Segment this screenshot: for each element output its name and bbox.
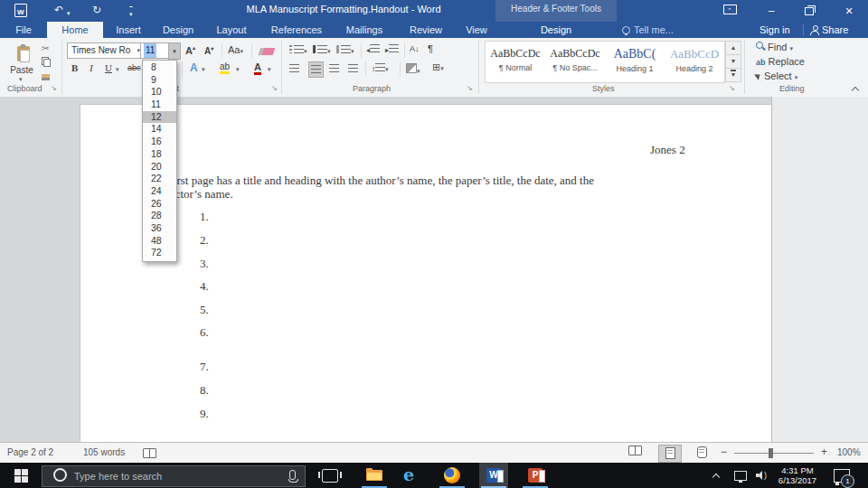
read-mode-button[interactable] bbox=[624, 445, 646, 461]
highlight-dropdown-icon[interactable] bbox=[236, 66, 240, 73]
sign-in-button[interactable]: Sign in bbox=[760, 22, 790, 38]
size-option[interactable]: 28 bbox=[143, 210, 176, 222]
zoom-out-button[interactable]: − bbox=[721, 446, 727, 458]
justify-button[interactable] bbox=[348, 63, 358, 74]
minimize-button[interactable] bbox=[756, 0, 787, 22]
styles-dialog-launcher-icon[interactable]: ↘ bbox=[729, 84, 735, 92]
styles-scroll-down-icon[interactable]: ▼ bbox=[725, 54, 741, 69]
shading-button[interactable] bbox=[406, 63, 420, 75]
underline-button[interactable]: U bbox=[105, 62, 112, 73]
text-effects-dropdown-icon[interactable] bbox=[202, 66, 205, 73]
size-option[interactable]: 11 bbox=[143, 99, 176, 111]
font-name-combo[interactable]: Times New Ro bbox=[67, 42, 143, 59]
tab-design[interactable]: Design bbox=[154, 22, 203, 38]
style-heading1[interactable]: AaBbC( Heading 1 bbox=[605, 42, 665, 82]
undo-dropdown-icon[interactable] bbox=[67, 6, 71, 21]
page-indicator[interactable]: Page 2 of 2 bbox=[7, 447, 53, 457]
zoom-level[interactable]: 100% bbox=[837, 447, 861, 457]
tab-insert[interactable]: Insert bbox=[107, 22, 150, 38]
borders-button[interactable]: ⊞ bbox=[432, 61, 444, 73]
taskbar-file-explorer[interactable] bbox=[360, 463, 389, 488]
bullets-button[interactable] bbox=[289, 44, 307, 55]
size-option[interactable]: 14 bbox=[143, 123, 176, 136]
taskbar-clock[interactable]: 4:31 PM 6/13/2017 bbox=[770, 465, 825, 485]
size-option[interactable]: 18 bbox=[143, 148, 176, 161]
taskbar-word-active[interactable]: W bbox=[479, 463, 508, 488]
undo-button[interactable] bbox=[54, 3, 63, 17]
find-button[interactable]: Find bbox=[756, 42, 793, 52]
font-size-dropdown-button[interactable] bbox=[168, 42, 181, 60]
align-center-button[interactable] bbox=[308, 61, 324, 78]
document-canvas[interactable]: Jones 2 The first page has a title and h… bbox=[0, 97, 771, 442]
size-option[interactable]: 26 bbox=[143, 198, 176, 211]
style-no-spacing[interactable]: AaBbCcDc ¶ No Spac... bbox=[545, 42, 605, 82]
decrease-indent-button[interactable]: ◂ bbox=[366, 44, 380, 54]
network-icon[interactable] bbox=[734, 471, 747, 481]
font-color-dropdown-icon[interactable] bbox=[268, 66, 271, 73]
size-option[interactable]: 24 bbox=[143, 185, 176, 198]
font-color-button[interactable]: A bbox=[254, 61, 261, 75]
size-option[interactable]: 10 bbox=[143, 86, 176, 99]
tab-layout[interactable]: Layout bbox=[206, 22, 257, 38]
styles-scroll-up-icon[interactable]: ▲ bbox=[725, 41, 741, 55]
paste-button[interactable]: Paste bbox=[5, 42, 38, 83]
tab-references[interactable]: References bbox=[264, 22, 329, 38]
paragraph-dialog-launcher-icon[interactable]: ↘ bbox=[467, 84, 473, 92]
restore-button[interactable] bbox=[794, 0, 825, 22]
size-option[interactable]: 9 bbox=[143, 74, 176, 87]
select-button[interactable]: Select bbox=[756, 70, 797, 81]
tray-show-hidden-icon[interactable] bbox=[712, 472, 720, 479]
size-option[interactable]: 48 bbox=[143, 235, 176, 248]
size-option[interactable]: 36 bbox=[143, 222, 176, 235]
grow-font-button[interactable]: A▴ bbox=[185, 44, 195, 56]
taskbar-powerpoint[interactable]: P bbox=[521, 463, 550, 488]
clipboard-dialog-launcher-icon[interactable]: ↘ bbox=[51, 84, 57, 92]
size-option[interactable]: 72 bbox=[143, 247, 176, 259]
numbering-button[interactable] bbox=[313, 44, 331, 55]
clear-formatting-button[interactable] bbox=[259, 46, 274, 57]
task-view-button[interactable] bbox=[322, 469, 338, 483]
change-case-button[interactable]: Aa bbox=[228, 44, 243, 55]
web-layout-button[interactable] bbox=[691, 445, 712, 461]
text-highlight-button[interactable]: ab bbox=[220, 61, 230, 74]
bold-button[interactable]: B bbox=[71, 62, 78, 73]
word-count[interactable]: 105 words bbox=[83, 447, 125, 457]
print-layout-button[interactable] bbox=[658, 445, 682, 463]
proofing-icon[interactable] bbox=[143, 448, 156, 460]
italic-button[interactable]: I bbox=[90, 62, 93, 73]
copy-button[interactable] bbox=[42, 57, 50, 68]
tab-review[interactable]: Review bbox=[400, 22, 452, 38]
shrink-font-button[interactable]: A▾ bbox=[204, 45, 213, 56]
start-button[interactable] bbox=[14, 469, 28, 483]
underline-dropdown-icon[interactable] bbox=[116, 66, 119, 73]
style-normal[interactable]: AaBbCcDc ¶ Normal bbox=[486, 42, 545, 82]
show-hide-pilcrow-button[interactable]: ¶ bbox=[428, 43, 433, 54]
taskbar-edge[interactable]: e bbox=[398, 463, 427, 488]
size-option[interactable]: 20 bbox=[143, 161, 176, 174]
close-button[interactable] bbox=[834, 0, 864, 22]
microphone-icon[interactable] bbox=[289, 470, 296, 480]
redo-button[interactable] bbox=[92, 3, 101, 17]
align-right-button[interactable] bbox=[329, 63, 339, 74]
size-option[interactable]: 16 bbox=[143, 136, 176, 148]
ribbon-display-options-button[interactable] bbox=[723, 2, 737, 16]
size-option[interactable]: 8 bbox=[143, 61, 176, 74]
strikethrough-button[interactable]: abc bbox=[127, 63, 141, 72]
size-option[interactable]: 22 bbox=[143, 173, 176, 185]
taskbar-search-box[interactable]: Type here to search bbox=[42, 465, 306, 487]
tab-file[interactable]: File bbox=[7, 22, 40, 38]
zoom-slider-thumb[interactable] bbox=[769, 448, 773, 458]
style-heading2[interactable]: AaBbCcD Heading 2 bbox=[665, 42, 724, 82]
taskbar-firefox[interactable] bbox=[438, 463, 467, 488]
line-spacing-button[interactable]: ↕ bbox=[372, 63, 389, 73]
tab-view[interactable]: View bbox=[458, 22, 495, 38]
tab-mailings[interactable]: Mailings bbox=[336, 22, 392, 38]
zoom-slider-track[interactable] bbox=[734, 453, 814, 454]
cut-button[interactable]: ✂ bbox=[42, 43, 49, 53]
document-page[interactable]: Jones 2 The first page has a title and h… bbox=[80, 104, 772, 443]
tell-me-box[interactable]: Tell me... bbox=[622, 22, 674, 38]
tab-home[interactable]: Home bbox=[47, 22, 103, 38]
tab-header-footer-design[interactable]: Design bbox=[529, 22, 583, 38]
font-dialog-launcher-icon[interactable]: ↘ bbox=[271, 84, 278, 92]
collapse-ribbon-icon[interactable] bbox=[852, 85, 859, 92]
